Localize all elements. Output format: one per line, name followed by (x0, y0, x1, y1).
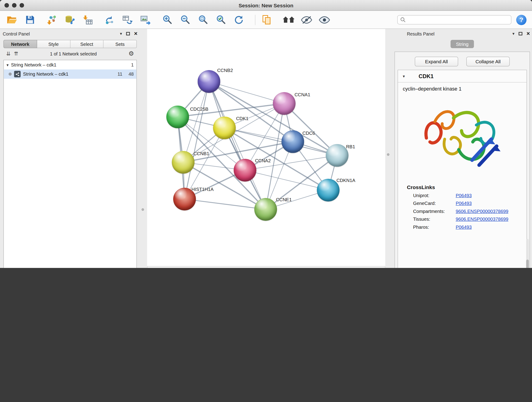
close-panel-icon[interactable]: × (526, 32, 530, 36)
network-edge[interactable] (209, 82, 266, 210)
title-bar: Session: New Session (0, 0, 532, 11)
splitter-handle[interactable] (387, 153, 389, 156)
crosslink-row: Tissues:9606.ENSP00000378699 (398, 215, 526, 223)
save-session-button[interactable] (23, 13, 36, 26)
refresh-icon (234, 15, 244, 25)
panel-menu-icon[interactable]: ▾ (120, 32, 122, 36)
edge-count: 48 (128, 71, 134, 77)
toolbar-separator (255, 15, 255, 25)
crosslink-row: Uniprot:P06493 (398, 191, 526, 200)
collection-expand-icon[interactable]: ▾ (7, 62, 9, 67)
results-scrollbar[interactable] (526, 239, 529, 268)
tab-string[interactable]: String (450, 40, 474, 48)
show-all-button[interactable] (318, 13, 331, 26)
network-node-cdc25b[interactable] (166, 106, 189, 128)
string-results-container: Expand All Collapse All ▾ CDK1 cyclin–de… (394, 51, 530, 268)
network-node-cdc6[interactable] (282, 130, 304, 153)
import-network-from-file-button[interactable] (45, 13, 58, 26)
collapse-all-button[interactable]: Collapse All (467, 57, 510, 66)
new-network-from-selection-button[interactable] (103, 13, 116, 26)
hide-selected-button[interactable] (300, 13, 313, 26)
double-house-icon (283, 15, 295, 24)
crosslink-label: GeneCard: (413, 201, 456, 206)
main-toolbar: ? (0, 11, 532, 29)
window-title: Session: New Session (239, 2, 293, 8)
zoom-fit-button[interactable] (196, 13, 210, 26)
crosslink-value-link[interactable]: P06493 (456, 225, 472, 230)
network-node-ccna2[interactable] (234, 159, 256, 182)
zoom-selected-icon (216, 15, 226, 25)
network-canvas[interactable]: CCNB2CCNA1CDC25BCDK1CDC6RB1CCNB1CCNA2CDK… (147, 29, 385, 266)
crosslink-value-link[interactable]: 9606.ENSP00000378699 (456, 217, 508, 222)
zoom-out-icon (180, 15, 190, 25)
results-panel: Results Panel ▾ × String Expand All Coll… (394, 30, 530, 268)
collapse-all-networks-icon[interactable]: ⇈ (14, 51, 18, 57)
control-panel-tabs: NetworkStyleSelectSets (3, 40, 137, 48)
tab-sets[interactable]: Sets (104, 40, 137, 48)
section-collapse-icon[interactable]: ▾ (403, 74, 405, 79)
gene-description: cyclin–dependent kinase 1 (398, 83, 526, 91)
zoom-selected-button[interactable] (215, 13, 228, 26)
zoom-out-button[interactable] (179, 13, 192, 26)
results-panel-title: Results Panel (407, 31, 434, 36)
crosslink-label: Compartments: (413, 209, 456, 214)
open-session-button[interactable] (6, 13, 19, 26)
help-button[interactable]: ? (516, 15, 526, 25)
crosslinks-list: Uniprot:P06493GeneCard:P06493Compartment… (398, 191, 526, 231)
maximize-window-button[interactable] (20, 3, 24, 8)
gene-section: ▾ CDK1 cyclin–dependent kinase 1 (398, 70, 527, 268)
window-controls (5, 3, 24, 8)
network-node-cdkn1a[interactable] (317, 179, 340, 201)
network-node-ccna1[interactable] (273, 92, 296, 115)
network-node-label: CCNB2 (217, 68, 233, 73)
network-node-label: CCNA1 (295, 92, 310, 97)
first-neighbors-button[interactable] (282, 13, 295, 26)
expand-all-button[interactable]: Expand All (415, 57, 458, 66)
crosslink-value-link[interactable]: 9606.ENSP00000378699 (456, 209, 508, 214)
minimize-window-button[interactable] (12, 3, 17, 8)
network-options-gear-icon[interactable]: ⚙ (128, 50, 134, 57)
network-node-rb1[interactable] (326, 144, 348, 167)
network-edge[interactable] (185, 82, 209, 199)
close-window-button[interactable] (5, 3, 9, 8)
tab-select[interactable]: Select (70, 40, 104, 48)
table-to-network-button[interactable] (121, 13, 134, 26)
protein-structure-image (419, 98, 505, 177)
network-label: String Network – cdk1 (23, 71, 69, 77)
import-table-from-file-button[interactable] (81, 13, 94, 26)
network-node-label: CCNB1 (194, 151, 209, 156)
float-panel-icon[interactable] (126, 32, 130, 36)
network-row[interactable]: String Network – cdk1 11 48 (4, 70, 137, 79)
copy-button[interactable] (260, 13, 273, 26)
network-edge[interactable] (209, 82, 284, 104)
refresh-view-button[interactable] (232, 13, 245, 26)
network-node-ccne1[interactable] (254, 198, 277, 221)
panel-menu-icon[interactable]: ▾ (513, 32, 515, 36)
zoom-in-button[interactable] (161, 13, 174, 26)
network-selection-summary: 1 of 1 Network selected (22, 51, 125, 56)
collection-label: String Network – cdk1 (11, 62, 56, 68)
network-node-ccnb2[interactable] (198, 70, 220, 93)
zoom-in-icon (162, 15, 172, 25)
tab-style[interactable]: Style (37, 40, 70, 48)
network-edge[interactable] (185, 199, 266, 210)
crosslink-label: Tissues: (413, 217, 456, 222)
close-panel-icon[interactable]: × (134, 32, 138, 36)
tab-network[interactable]: Network (3, 40, 37, 48)
network-node-ccnb1[interactable] (172, 151, 195, 174)
float-panel-icon[interactable] (519, 32, 523, 36)
export-image-button[interactable] (139, 13, 152, 26)
crosslink-value-link[interactable]: P06493 (456, 193, 472, 198)
splitter-handle[interactable] (142, 208, 144, 211)
results-scrollbar-thumb[interactable] (526, 260, 529, 268)
search-input[interactable] (408, 17, 508, 23)
network-view-toolbar: ▦ ↗ String Network – cdk1 ✓ 1 – 0 0 – 0 (147, 266, 385, 268)
save-floppy-icon (25, 15, 35, 25)
network-collection-row[interactable]: ▾ String Network – cdk1 1 (4, 60, 137, 70)
crosslink-value-link[interactable]: P06493 (456, 201, 472, 206)
image-export-icon (140, 15, 151, 25)
application-window: Session: New Session (0, 0, 532, 268)
network-node-cdk1[interactable] (213, 117, 236, 139)
import-network-from-database-button[interactable] (63, 13, 76, 26)
expand-all-networks-icon[interactable]: ⇊ (6, 51, 11, 57)
